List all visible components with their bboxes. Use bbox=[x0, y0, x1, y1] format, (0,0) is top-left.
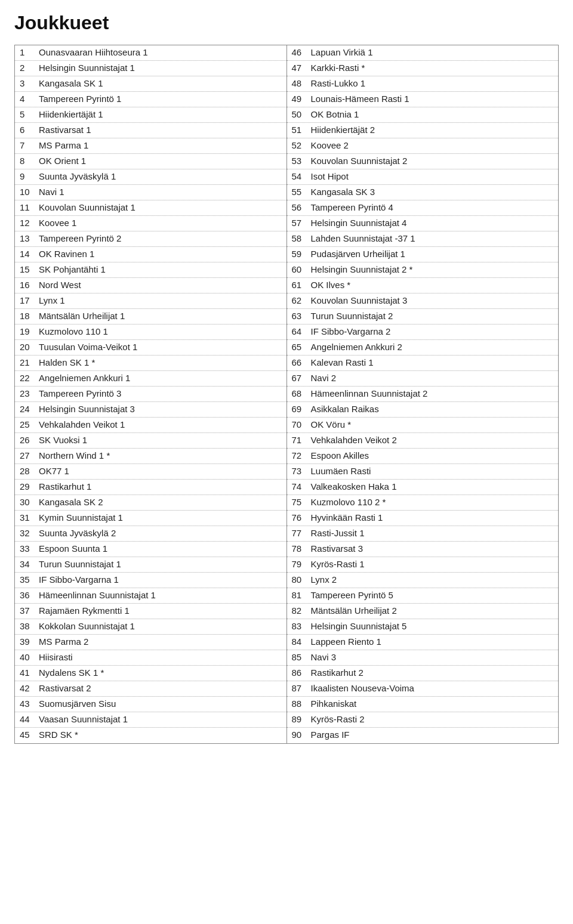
list-item: 5Hiidenkiertäjät 1 bbox=[15, 107, 286, 123]
item-name: Lapuan Virkiä 1 bbox=[311, 47, 373, 57]
item-number: 80 bbox=[292, 574, 311, 585]
item-name: Angelniemen Ankkuri 2 bbox=[311, 342, 402, 352]
item-number: 28 bbox=[20, 466, 39, 476]
item-number: 35 bbox=[20, 574, 39, 585]
item-name: Koovee 1 bbox=[39, 218, 76, 228]
list-item: 24Helsingin Suunnistajat 3 bbox=[15, 402, 286, 418]
item-number: 23 bbox=[20, 388, 39, 398]
item-name: Turun Suunnistajat 2 bbox=[311, 311, 393, 321]
item-name: SK Pohjantähti 1 bbox=[39, 264, 106, 274]
item-number: 45 bbox=[20, 730, 39, 740]
list-item: 61OK Ilves * bbox=[287, 278, 559, 293]
item-number: 72 bbox=[292, 450, 311, 461]
item-number: 84 bbox=[292, 636, 311, 647]
list-item: 83Helsingin Suunnistajat 5 bbox=[287, 619, 559, 635]
list-item: 76Hyvinkään Rasti 1 bbox=[287, 511, 559, 526]
item-number: 41 bbox=[20, 667, 39, 678]
item-number: 22 bbox=[20, 373, 39, 383]
item-name: Kangasala SK 1 bbox=[39, 78, 103, 88]
item-name: Kouvolan Suunnistajat 3 bbox=[311, 295, 408, 305]
list-item: 66Kalevan Rasti 1 bbox=[287, 356, 559, 371]
item-number: 60 bbox=[292, 264, 311, 274]
list-item: 25Vehkalahden Veikot 1 bbox=[15, 418, 286, 433]
list-item: 31Kymin Suunnistajat 1 bbox=[15, 511, 286, 526]
list-item: 86Rastikarhut 2 bbox=[287, 666, 559, 681]
item-number: 66 bbox=[292, 357, 311, 367]
item-number: 48 bbox=[292, 78, 311, 88]
list-item: 74Valkeakosken Haka 1 bbox=[287, 480, 559, 495]
item-number: 81 bbox=[292, 590, 311, 600]
item-number: 51 bbox=[292, 125, 311, 135]
item-number: 8 bbox=[20, 156, 39, 166]
list-item: 67Navi 2 bbox=[287, 371, 559, 387]
item-number: 32 bbox=[20, 528, 39, 538]
item-name: Mäntsälän Urheilijat 2 bbox=[311, 605, 397, 616]
item-name: Helsingin Suunnistajat 2 * bbox=[311, 264, 413, 274]
item-name: Kouvolan Suunnistajat 1 bbox=[39, 202, 135, 212]
list-item: 64IF Sibbo-Vargarna 2 bbox=[287, 325, 559, 340]
list-item: 34Turun Suunnistajat 1 bbox=[15, 557, 286, 573]
list-item: 39MS Parma 2 bbox=[15, 635, 286, 650]
item-number: 49 bbox=[292, 94, 311, 104]
list-item: 75Kuzmolovo 110 2 * bbox=[287, 495, 559, 511]
list-item: 16Nord West bbox=[15, 278, 286, 293]
list-item: 63Turun Suunnistajat 2 bbox=[287, 309, 559, 325]
item-number: 34 bbox=[20, 559, 39, 569]
list-item: 77Rasti-Jussit 1 bbox=[287, 526, 559, 542]
list-item: 84Lappeen Riento 1 bbox=[287, 635, 559, 650]
item-name: Helsingin Suunnistajat 1 bbox=[39, 63, 135, 73]
item-name: Lahden Suunnistajat -37 1 bbox=[311, 233, 415, 243]
item-name: Northern Wind 1 * bbox=[39, 450, 110, 461]
item-name: Vehkalahden Veikot 2 bbox=[311, 435, 397, 445]
item-number: 47 bbox=[292, 63, 311, 73]
item-number: 63 bbox=[292, 311, 311, 321]
list-item: 47Karkki-Rasti * bbox=[287, 61, 559, 76]
item-number: 71 bbox=[292, 435, 311, 445]
item-name: Karkki-Rasti * bbox=[311, 63, 365, 73]
item-number: 16 bbox=[20, 280, 39, 290]
item-name: SRD SK * bbox=[39, 730, 78, 740]
item-name: Hyvinkään Rasti 1 bbox=[311, 512, 383, 523]
item-number: 15 bbox=[20, 264, 39, 274]
item-number: 38 bbox=[20, 621, 39, 631]
list-item: 55Kangasala SK 3 bbox=[287, 185, 559, 200]
page-title: Joukkueet bbox=[14, 12, 559, 34]
item-name: Lynx 2 bbox=[311, 574, 337, 585]
left-column: 1Ounasvaaran Hiihtoseura 12Helsingin Suu… bbox=[14, 45, 287, 744]
list-item: 23Tampereen Pyrintö 3 bbox=[15, 387, 286, 402]
list-item: 52Koovee 2 bbox=[287, 138, 559, 154]
item-number: 12 bbox=[20, 218, 39, 228]
list-item: 80Lynx 2 bbox=[287, 573, 559, 588]
item-number: 78 bbox=[292, 543, 311, 554]
item-number: 36 bbox=[20, 590, 39, 600]
item-number: 13 bbox=[20, 233, 39, 243]
item-number: 3 bbox=[20, 78, 39, 88]
item-number: 27 bbox=[20, 450, 39, 461]
item-name: Kangasala SK 3 bbox=[311, 187, 375, 197]
item-number: 58 bbox=[292, 233, 311, 243]
item-number: 18 bbox=[20, 311, 39, 321]
list-item: 60Helsingin Suunnistajat 2 * bbox=[287, 262, 559, 278]
item-name: Rajamäen Rykmentti 1 bbox=[39, 605, 130, 616]
list-item: 35IF Sibbo-Vargarna 1 bbox=[15, 573, 286, 588]
list-item: 1Ounasvaaran Hiihtoseura 1 bbox=[15, 45, 286, 61]
right-column: 46Lapuan Virkiä 147Karkki-Rasti *48Rasti… bbox=[287, 45, 559, 744]
list-item: 56Tampereen Pyrintö 4 bbox=[287, 200, 559, 216]
item-number: 61 bbox=[292, 280, 311, 290]
list-item: 17Lynx 1 bbox=[15, 293, 286, 309]
list-item: 53Kouvolan Suunnistajat 2 bbox=[287, 154, 559, 169]
item-number: 1 bbox=[20, 47, 39, 57]
list-item: 21Halden SK 1 * bbox=[15, 356, 286, 371]
item-name: Kalevan Rasti 1 bbox=[311, 357, 374, 367]
list-item: 8OK Orient 1 bbox=[15, 154, 286, 169]
item-name: Espoon Akilles bbox=[311, 450, 369, 461]
item-number: 62 bbox=[292, 295, 311, 305]
item-name: Rasti-Lukko 1 bbox=[311, 78, 366, 88]
item-name: Rasti-Jussit 1 bbox=[311, 528, 365, 538]
item-number: 52 bbox=[292, 140, 311, 150]
item-number: 57 bbox=[292, 218, 311, 228]
list-item: 62Kouvolan Suunnistajat 3 bbox=[287, 293, 559, 309]
item-number: 14 bbox=[20, 249, 39, 259]
item-name: Vaasan Suunnistajat 1 bbox=[39, 714, 128, 724]
item-name: Luumäen Rasti bbox=[311, 466, 371, 476]
